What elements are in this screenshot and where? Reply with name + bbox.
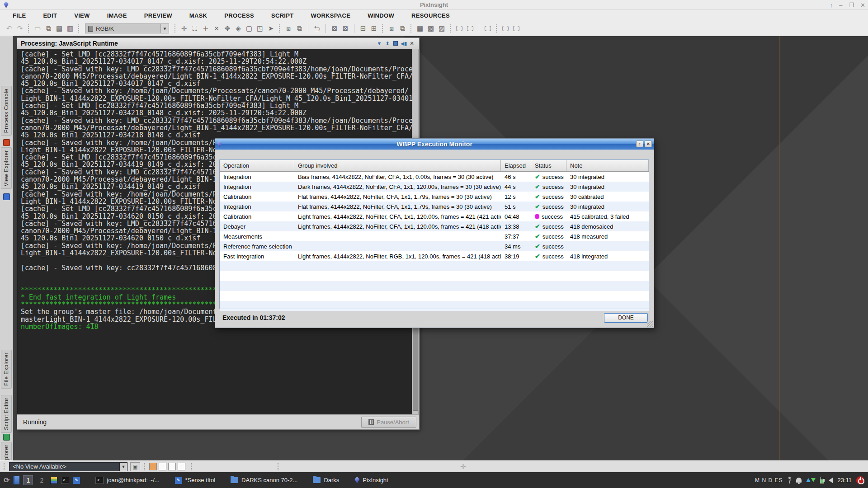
shade-window-icon[interactable]: ↑ (830, 2, 833, 9)
restore-window-icon[interactable]: ❐ (849, 2, 854, 9)
pointer-icon[interactable]: ➤ (265, 23, 276, 33)
resize-grip[interactable] (647, 321, 653, 327)
workspace-swatch-1[interactable] (149, 463, 157, 470)
workspace-1-button[interactable]: 1 (23, 475, 33, 485)
menu-window[interactable]: WINDOW (363, 11, 399, 20)
minimize-window-icon[interactable]: – (839, 2, 842, 9)
menu-process[interactable]: PROCESS (220, 11, 259, 20)
process-console-icon[interactable] (3, 139, 10, 146)
table-row[interactable]: IntegrationDark frames, 4144x2822, NoFil… (220, 182, 649, 192)
menu-image[interactable]: IMAGE (103, 11, 132, 20)
menu-workspace[interactable]: WORKSPACE (306, 11, 355, 20)
taskbar-item[interactable]: DARKS canon 70-2... (231, 477, 297, 483)
close-window-icon[interactable]: ✕ (860, 2, 865, 9)
sidebar-tab-process-console[interactable]: Process Console (1, 86, 12, 136)
table-row[interactable]: IntegrationFlat frames, 4144x2822, NoFil… (220, 202, 649, 211)
menu-preview[interactable]: PREVIEW (140, 11, 177, 20)
screen-mode-button[interactable]: ▣ (130, 462, 140, 471)
taskbar-item[interactable]: PixInsight (354, 477, 388, 483)
table-row[interactable]: Measurements37:37✔success418 measured (220, 231, 649, 241)
stf-auto-icon[interactable]: ▩ (425, 23, 436, 33)
menu-mask[interactable]: MASK (185, 11, 212, 20)
table-row[interactable]: IntegrationBias frames, 4144x2822, NoFil… (220, 172, 649, 182)
menu-view[interactable]: VIEW (70, 11, 94, 20)
script-editor-icon[interactable] (3, 434, 10, 441)
sidebar-tab-view-explorer[interactable]: View Explorer (1, 147, 12, 189)
table-row[interactable]: CalibrationFlat frames, 4144x2822, NoFil… (220, 192, 649, 202)
screen-send-icon[interactable]: 🖵 (500, 23, 511, 33)
duplicate-window-icon[interactable]: ⧉ (294, 23, 305, 33)
done-button[interactable]: DONE (604, 313, 648, 323)
volume-icon[interactable] (829, 478, 833, 483)
accessibility-icon[interactable] (787, 477, 792, 484)
notifications-bell-icon[interactable] (796, 478, 802, 483)
toolbar-drag-handle[interactable] (144, 463, 146, 470)
workspace-2-button[interactable]: 2 (37, 475, 47, 485)
toolbar-drag-handle[interactable] (4, 463, 5, 470)
terminal-launcher-icon[interactable]: >_ (61, 477, 69, 484)
table-row[interactable]: Reference frame selection34 ms✔success (220, 241, 649, 251)
palette-launcher-icon[interactable] (50, 477, 57, 484)
new-window-icon[interactable]: ⧈ (283, 23, 294, 33)
dialog-shade-icon[interactable]: ↑ (636, 141, 643, 147)
stf-reset-icon[interactable]: ▨ (436, 23, 447, 33)
console-titlebar[interactable]: Processing: JavaScript Runtime ▼⬍◀▮✕ (17, 38, 419, 49)
dropdown-caret-icon[interactable]: ▼ (119, 463, 127, 471)
screen3-icon[interactable]: 🖵 (482, 23, 493, 33)
resize-icon[interactable]: ⬍ (384, 40, 391, 47)
table-row[interactable]: Fast IntegrationLight frames, 4144x2822,… (220, 251, 649, 261)
stf-icon[interactable]: ▦ (415, 23, 425, 33)
menu-resources[interactable]: RESOURCES (407, 11, 454, 20)
screen2-icon[interactable]: 🖵 (465, 23, 476, 33)
menu-file[interactable]: FILE (8, 11, 30, 20)
dialog-titlebar[interactable]: WBPP Execution Monitor ↑ ✕ (215, 139, 654, 150)
taskbar-item[interactable]: Darks (313, 477, 339, 483)
new-preview-icon[interactable]: ▢ (244, 23, 255, 33)
pause-abort-button[interactable]: Pause/Abort (361, 417, 416, 428)
toolbar-drag-handle[interactable] (191, 463, 193, 470)
screen-up-icon[interactable]: 🖵 (511, 23, 522, 33)
deiconify-window-icon[interactable]: ⊞ (368, 23, 379, 33)
channel-selector-dropdown[interactable]: RGB/K▼ (85, 23, 169, 33)
view-explorer-icon[interactable] (3, 193, 10, 200)
workspace-book-icon[interactable] (13, 476, 19, 484)
copy-image-icon[interactable]: ▤ (54, 23, 65, 33)
editor-launcher-icon[interactable]: ✎ (73, 477, 80, 484)
menu-script[interactable]: SCRIPT (267, 11, 298, 20)
close-all-windows-icon[interactable]: ⊠ (340, 23, 351, 33)
pin-icon[interactable]: ◀▮ (400, 40, 407, 47)
move-cross-icon[interactable]: ✛ (460, 463, 466, 471)
readout-icon[interactable]: ✥ (222, 23, 233, 33)
close-window-icon[interactable]: ⊠ (329, 23, 340, 33)
workspace-swatch-2[interactable] (159, 463, 166, 470)
edit-identifier-icon[interactable]: ▭ (32, 23, 43, 33)
zoom-in-icon[interactable]: 🞤 (200, 23, 211, 33)
center-icon[interactable]: ◈ (233, 23, 244, 33)
close-icon[interactable]: ✕ (408, 40, 415, 47)
keyboard-layout-indicator[interactable]: M N D ES (755, 477, 783, 483)
sidebar-tab-script-editor[interactable]: Script Editor (1, 395, 12, 433)
workspace-swatch-4[interactable] (178, 463, 185, 470)
view-selector-dropdown[interactable]: <No View Available> ▼ (9, 462, 127, 471)
menu-edit[interactable]: EDIT (38, 11, 61, 20)
network-icon[interactable] (806, 478, 816, 482)
toolbar-drag-handle[interactable] (278, 463, 279, 470)
workspace-swatch-3[interactable] (168, 463, 176, 470)
table-row[interactable]: CalibrationLight frames, 4144x2822, NoFi… (220, 211, 649, 221)
session-refresh-icon[interactable]: ⟳ (4, 476, 9, 484)
screen1-icon[interactable]: 🖵 (454, 23, 465, 33)
redo-icon[interactable]: ↷ (14, 23, 25, 33)
undo-icon[interactable]: ↶ (4, 23, 14, 33)
pan-icon[interactable]: ✛ (179, 23, 189, 33)
restore-window-icon[interactable]: ⮌ (311, 23, 322, 33)
power-icon[interactable] (856, 476, 864, 484)
taskbar-item[interactable]: ✎*Sense títol (175, 477, 216, 484)
dock-icon[interactable] (392, 40, 399, 47)
dropdown-caret-icon[interactable]: ▼ (160, 24, 169, 33)
table-row[interactable]: DebayerLight frames, 4144x2822, NoFilter… (220, 221, 649, 231)
collapse-icon[interactable]: ▼ (376, 40, 383, 47)
zoom-out-icon[interactable]: 🞫 (211, 23, 222, 33)
edit-preview-icon[interactable]: ◳ (255, 23, 265, 33)
bring-front-icon[interactable]: ⧉ (397, 23, 408, 33)
sidebar-tab-file-explorer[interactable]: File Explorer (1, 350, 12, 389)
